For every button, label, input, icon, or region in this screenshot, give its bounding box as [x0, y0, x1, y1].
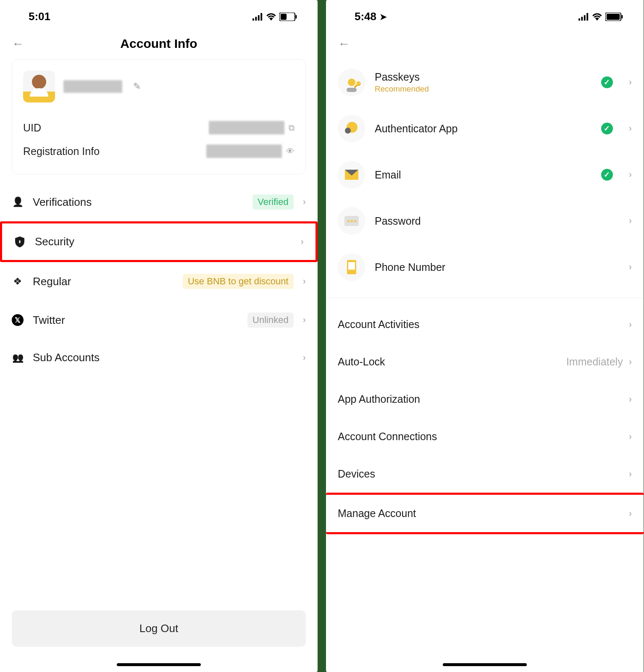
home-indicator[interactable]	[117, 663, 201, 666]
manage-account-label: Manage Account	[338, 507, 416, 520]
check-icon: ✓	[601, 169, 613, 181]
twitter-label: Twitter	[33, 314, 238, 327]
chevron-right-icon: ›	[629, 123, 632, 134]
chevron-right-icon: ›	[303, 315, 306, 326]
logout-label: Log Out	[139, 622, 179, 635]
verified-badge: Verified	[252, 194, 293, 210]
twitter-item[interactable]: 𝕏 Twitter Unlinked ›	[0, 301, 318, 339]
phone-label: Phone Number	[375, 261, 620, 273]
manage-account-item[interactable]: Manage Account ›	[326, 493, 644, 534]
header: ←	[326, 28, 644, 59]
subaccounts-icon	[12, 352, 24, 364]
autolock-item[interactable]: Auto-Lock Immediately ›	[326, 343, 644, 381]
svg-rect-5	[281, 13, 287, 19]
chevron-right-icon: ›	[629, 394, 632, 405]
home-indicator[interactable]	[443, 663, 527, 666]
account-info-screen: 5:01 ← Account Info ✎ UID ⧉	[0, 0, 318, 672]
twitter-icon: 𝕏	[12, 314, 24, 326]
svg-rect-8	[578, 18, 580, 20]
chevron-right-icon: ›	[303, 352, 306, 363]
chevron-right-icon: ›	[629, 215, 632, 226]
email-label: Email	[375, 169, 592, 181]
subaccounts-label: Sub Accounts	[33, 351, 294, 364]
password-label: Password	[375, 215, 620, 227]
registration-row: Registration Info 👁	[23, 139, 294, 163]
back-arrow-icon[interactable]: ←	[338, 37, 350, 51]
security-item[interactable]: Security ›	[0, 221, 318, 262]
chevron-right-icon: ›	[629, 357, 632, 368]
verifications-label: Verifications	[33, 196, 243, 209]
status-time: 5:01	[29, 10, 50, 23]
svg-rect-2	[258, 15, 260, 21]
account-connections-label: Account Connections	[338, 430, 437, 443]
page-title: Account Info	[120, 37, 197, 51]
devices-item[interactable]: Devices ›	[326, 455, 644, 493]
subaccounts-item[interactable]: Sub Accounts ›	[0, 339, 318, 376]
password-item[interactable]: Password ›	[326, 198, 644, 244]
username-redacted	[63, 80, 122, 93]
status-bar: 5:01	[0, 0, 318, 28]
account-activities-item[interactable]: Account Activities ›	[326, 306, 644, 343]
svg-rect-10	[584, 15, 586, 21]
svg-rect-0	[252, 18, 254, 20]
email-icon	[338, 161, 365, 189]
app-authorization-label: App Authorization	[338, 393, 420, 405]
diamond-icon	[12, 276, 24, 287]
passkeys-item[interactable]: Passkeys Recommended ✓ ›	[326, 59, 644, 105]
autolock-label: Auto-Lock	[338, 356, 385, 368]
status-time: 5:48	[355, 10, 376, 23]
svg-rect-6	[296, 15, 297, 18]
security-screen: 5:48 ➤ ← Passkeys Recommended ✓ › Authen…	[326, 0, 644, 672]
battery-icon	[279, 13, 297, 21]
uid-label: UID	[23, 122, 41, 134]
app-authorization-item[interactable]: App Authorization ›	[326, 381, 644, 418]
recommended-badge: Recommended	[375, 84, 592, 94]
cellular-signal-icon	[252, 13, 263, 21]
passkeys-label: Passkeys	[375, 71, 592, 83]
location-arrow-icon: ➤	[380, 12, 387, 22]
chevron-right-icon: ›	[301, 236, 304, 247]
avatar[interactable]	[23, 71, 55, 102]
profile-card: ✎ UID ⧉ Registration Info 👁	[12, 59, 306, 174]
phone-item[interactable]: Phone Number ›	[326, 244, 644, 290]
chevron-right-icon: ›	[629, 508, 632, 519]
autolock-value: Immediately	[566, 356, 623, 368]
copy-icon[interactable]: ⧉	[289, 123, 294, 133]
svg-rect-11	[586, 13, 588, 21]
svg-rect-13	[607, 13, 620, 19]
passkey-icon	[338, 68, 365, 96]
wifi-icon	[592, 13, 602, 21]
unlinked-badge: Unlinked	[247, 312, 294, 328]
verifications-item[interactable]: Verifications Verified ›	[0, 183, 318, 221]
chevron-right-icon: ›	[629, 169, 632, 180]
chevron-right-icon: ›	[303, 197, 306, 207]
shield-icon	[14, 236, 26, 248]
chevron-right-icon: ›	[629, 431, 632, 442]
cellular-signal-icon	[578, 13, 589, 21]
chevron-right-icon: ›	[629, 77, 632, 88]
wifi-icon	[266, 13, 276, 21]
check-icon: ✓	[601, 123, 613, 134]
password-icon	[338, 207, 365, 235]
security-label: Security	[35, 235, 292, 248]
edit-icon[interactable]: ✎	[133, 81, 141, 92]
svg-rect-14	[622, 15, 623, 18]
account-connections-item[interactable]: Account Connections ›	[326, 418, 644, 455]
status-bar: 5:48 ➤	[326, 0, 644, 28]
registration-value-redacted	[206, 144, 282, 158]
check-icon: ✓	[601, 76, 613, 88]
regular-item[interactable]: Regular Use BNB to get discount ›	[0, 262, 318, 301]
logout-button[interactable]: Log Out	[12, 610, 306, 647]
person-icon	[12, 196, 24, 208]
battery-icon	[605, 13, 623, 21]
eye-icon[interactable]: 👁	[286, 147, 294, 156]
registration-label: Registration Info	[23, 145, 100, 158]
email-item[interactable]: Email ✓ ›	[326, 152, 644, 198]
authenticator-item[interactable]: Authenticator App ✓ ›	[326, 105, 644, 152]
chevron-right-icon: ›	[629, 262, 632, 273]
back-arrow-icon[interactable]: ←	[12, 37, 24, 51]
authenticator-label: Authenticator App	[375, 123, 592, 135]
profile-row: ✎	[23, 71, 294, 102]
uid-value-redacted	[209, 121, 284, 134]
svg-rect-3	[260, 13, 262, 21]
